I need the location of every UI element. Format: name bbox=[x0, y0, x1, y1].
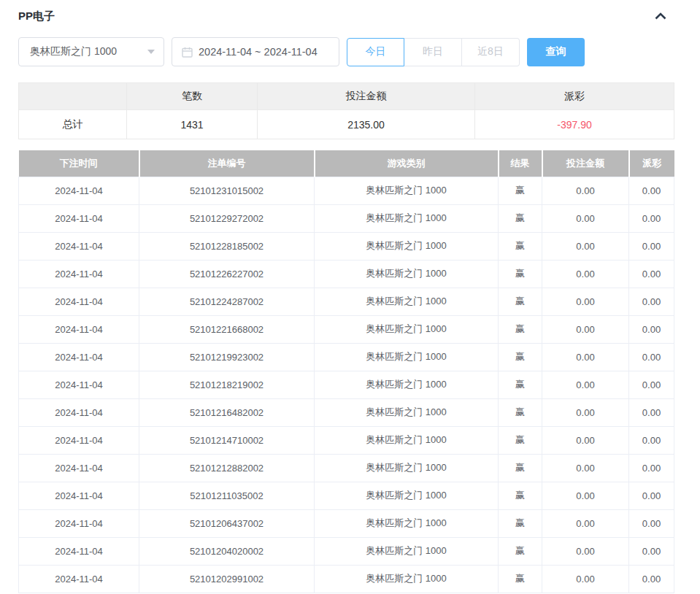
chevron-up-icon[interactable] bbox=[652, 7, 669, 25]
calendar-icon bbox=[182, 47, 193, 58]
summary-header-blank bbox=[19, 83, 127, 110]
cell-bet-amount: 0.00 bbox=[542, 398, 629, 426]
table-row: 2024-11-0452101219923002奥林匹斯之门 1000赢0.00… bbox=[19, 343, 674, 371]
records-table: 下注时间 注单编号 游戏类别 结果 投注金额 派彩 2024-11-045210… bbox=[18, 150, 674, 593]
cell-order-id: 52101206437002 bbox=[139, 509, 315, 537]
summary-header-bet-amount: 投注金额 bbox=[258, 83, 475, 110]
quick-date-button-group: 今日 昨日 近8日 bbox=[347, 38, 520, 66]
last-8-days-button[interactable]: 近8日 bbox=[462, 38, 520, 66]
table-row: 2024-11-0452101228185002奥林匹斯之门 1000赢0.00… bbox=[19, 232, 674, 260]
cell-result: 赢 bbox=[499, 398, 542, 426]
cell-bet-time: 2024-11-04 bbox=[19, 288, 139, 315]
table-row: 2024-11-0452101202991002奥林匹斯之门 1000赢0.00… bbox=[19, 565, 674, 593]
cell-result: 赢 bbox=[499, 426, 542, 454]
today-button[interactable]: 今日 bbox=[347, 38, 404, 66]
cell-order-id: 52101218219002 bbox=[139, 371, 315, 398]
cell-order-id: 52101231015002 bbox=[139, 177, 315, 204]
cell-order-id: 52101221668002 bbox=[139, 315, 315, 343]
cell-bet-time: 2024-11-04 bbox=[19, 343, 139, 371]
summary-total-payout: -397.90 bbox=[475, 110, 674, 139]
summary-total-bet-amount: 2135.00 bbox=[258, 110, 475, 139]
cell-payout: 0.00 bbox=[629, 565, 674, 593]
cell-result: 赢 bbox=[499, 537, 542, 565]
table-row: 2024-11-0452101229272002奥林匹斯之门 1000赢0.00… bbox=[19, 204, 674, 232]
cell-game-type: 奥林匹斯之门 1000 bbox=[315, 454, 499, 482]
game-select[interactable]: 奥林匹斯之门 1000 bbox=[18, 37, 164, 66]
cell-order-id: 52101226227002 bbox=[139, 260, 315, 288]
cell-payout: 0.00 bbox=[629, 343, 674, 371]
cell-bet-time: 2024-11-04 bbox=[19, 177, 139, 204]
cell-game-type: 奥林匹斯之门 1000 bbox=[315, 398, 499, 426]
cell-payout: 0.00 bbox=[629, 315, 674, 343]
cell-order-id: 52101214710002 bbox=[139, 426, 315, 454]
cell-bet-amount: 0.00 bbox=[542, 454, 629, 482]
cell-result: 赢 bbox=[499, 315, 542, 343]
cell-game-type: 奥林匹斯之门 1000 bbox=[315, 260, 499, 288]
cell-bet-amount: 0.00 bbox=[542, 482, 629, 509]
summary-total-row: 总计 1431 2135.00 -397.90 bbox=[19, 110, 674, 139]
cell-payout: 0.00 bbox=[629, 537, 674, 565]
filter-bar: 奥林匹斯之门 1000 2024-11-04 ~ 2024-11-04 今日 昨… bbox=[18, 37, 674, 66]
header-order-id: 注单编号 bbox=[139, 150, 315, 177]
cell-game-type: 奥林匹斯之门 1000 bbox=[315, 426, 499, 454]
cell-result: 赢 bbox=[499, 454, 542, 482]
cell-bet-time: 2024-11-04 bbox=[19, 565, 139, 593]
cell-payout: 0.00 bbox=[629, 204, 674, 232]
chevron-down-icon bbox=[147, 50, 155, 54]
table-row: 2024-11-0452101204020002奥林匹斯之门 1000赢0.00… bbox=[19, 537, 674, 565]
cell-game-type: 奥林匹斯之门 1000 bbox=[315, 315, 499, 343]
table-row: 2024-11-0452101206437002奥林匹斯之门 1000赢0.00… bbox=[19, 509, 674, 537]
cell-result: 赢 bbox=[499, 343, 542, 371]
cell-result: 赢 bbox=[499, 371, 542, 398]
header-bet-time: 下注时间 bbox=[19, 150, 139, 177]
cell-bet-time: 2024-11-04 bbox=[19, 315, 139, 343]
summary-header-count: 笔数 bbox=[127, 83, 258, 110]
table-row: 2024-11-0452101218219002奥林匹斯之门 1000赢0.00… bbox=[19, 371, 674, 398]
cell-result: 赢 bbox=[499, 509, 542, 537]
cell-game-type: 奥林匹斯之门 1000 bbox=[315, 232, 499, 260]
cell-bet-time: 2024-11-04 bbox=[19, 204, 139, 232]
cell-payout: 0.00 bbox=[629, 426, 674, 454]
table-row: 2024-11-0452101214710002奥林匹斯之门 1000赢0.00… bbox=[19, 426, 674, 454]
cell-result: 赢 bbox=[499, 288, 542, 315]
cell-game-type: 奥林匹斯之门 1000 bbox=[315, 565, 499, 593]
cell-bet-amount: 0.00 bbox=[542, 509, 629, 537]
cell-result: 赢 bbox=[499, 204, 542, 232]
cell-bet-time: 2024-11-04 bbox=[19, 454, 139, 482]
panel-title: PP电子 bbox=[18, 9, 55, 23]
records-header-row: 下注时间 注单编号 游戏类别 结果 投注金额 派彩 bbox=[19, 150, 674, 177]
cell-payout: 0.00 bbox=[629, 509, 674, 537]
cell-order-id: 52101216482002 bbox=[139, 398, 315, 426]
cell-bet-amount: 0.00 bbox=[542, 260, 629, 288]
date-range-value: 2024-11-04 ~ 2024-11-04 bbox=[199, 46, 318, 58]
cell-game-type: 奥林匹斯之门 1000 bbox=[315, 371, 499, 398]
cell-bet-amount: 0.00 bbox=[542, 177, 629, 204]
cell-order-id: 52101212882002 bbox=[139, 454, 315, 482]
cell-bet-amount: 0.00 bbox=[542, 315, 629, 343]
cell-game-type: 奥林匹斯之门 1000 bbox=[315, 288, 499, 315]
game-select-value: 奥林匹斯之门 1000 bbox=[30, 45, 117, 58]
header-payout: 派彩 bbox=[629, 150, 674, 177]
table-row: 2024-11-0452101231015002奥林匹斯之门 1000赢0.00… bbox=[19, 177, 674, 204]
summary-table: 笔数 投注金额 派彩 总计 1431 2135.00 -397.90 bbox=[18, 82, 674, 139]
cell-result: 赢 bbox=[499, 260, 542, 288]
summary-header-payout: 派彩 bbox=[475, 83, 674, 110]
cell-result: 赢 bbox=[499, 177, 542, 204]
cell-game-type: 奥林匹斯之门 1000 bbox=[315, 343, 499, 371]
cell-bet-amount: 0.00 bbox=[542, 371, 629, 398]
cell-bet-time: 2024-11-04 bbox=[19, 537, 139, 565]
cell-payout: 0.00 bbox=[629, 398, 674, 426]
search-button[interactable]: 查询 bbox=[527, 38, 585, 66]
table-row: 2024-11-0452101226227002奥林匹斯之门 1000赢0.00… bbox=[19, 260, 674, 288]
pp-panel: PP电子 奥林匹斯之门 1000 2024-11-04 ~ 2024-11-04… bbox=[0, 0, 674, 593]
cell-bet-time: 2024-11-04 bbox=[19, 371, 139, 398]
cell-order-id: 52101228185002 bbox=[139, 232, 315, 260]
header-game-type: 游戏类别 bbox=[315, 150, 499, 177]
date-range-input[interactable]: 2024-11-04 ~ 2024-11-04 bbox=[172, 37, 339, 66]
cell-bet-time: 2024-11-04 bbox=[19, 398, 139, 426]
table-row: 2024-11-0452101221668002奥林匹斯之门 1000赢0.00… bbox=[19, 315, 674, 343]
table-row: 2024-11-0452101212882002奥林匹斯之门 1000赢0.00… bbox=[19, 454, 674, 482]
cell-bet-amount: 0.00 bbox=[542, 537, 629, 565]
yesterday-button[interactable]: 昨日 bbox=[404, 38, 462, 66]
cell-payout: 0.00 bbox=[629, 260, 674, 288]
